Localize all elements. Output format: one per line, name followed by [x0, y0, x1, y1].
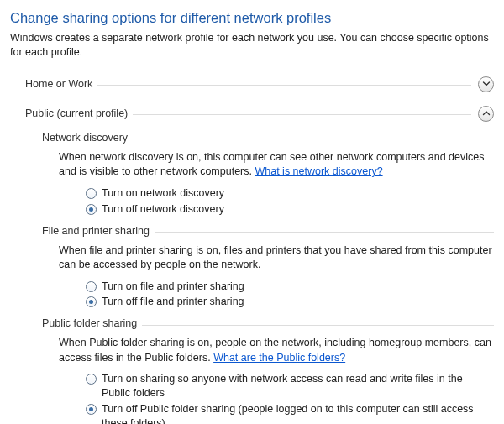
radio-label: Turn off Public folder sharing (people l…	[102, 402, 494, 424]
radio-icon	[86, 404, 97, 415]
chevron-up-icon[interactable]	[478, 106, 494, 122]
profile-home-or-work-header[interactable]: Home or Work	[25, 75, 494, 94]
section-network-discovery-desc: When network discovery is on, this compu…	[59, 150, 494, 180]
radio-network-discovery-on[interactable]: Turn on network discovery	[86, 186, 494, 201]
section-public-folder-sharing-desc: When Public folder sharing is on, people…	[59, 336, 494, 365]
section-public-folder-sharing: Public folder sharing When Public folder…	[42, 317, 494, 424]
radio-label: Turn on network discovery	[102, 186, 494, 201]
section-network-discovery: Network discovery When network discovery…	[42, 132, 494, 217]
section-file-printer-sharing-title: File and printer sharing	[42, 225, 150, 237]
section-file-printer-sharing: File and printer sharing When file and p…	[42, 225, 494, 310]
radio-icon	[86, 188, 97, 199]
radio-public-folder-off[interactable]: Turn off Public folder sharing (people l…	[86, 402, 494, 424]
radio-file-printer-off[interactable]: Turn off file and printer sharing	[86, 295, 494, 309]
radio-label: Turn off file and printer sharing	[102, 295, 494, 309]
divider	[133, 114, 471, 115]
profile-public-title: Public (current profile)	[25, 107, 128, 119]
radio-label: Turn on sharing so anyone with network a…	[102, 372, 494, 400]
page-intro: Windows creates a separate network profi…	[10, 31, 494, 60]
radio-icon	[86, 374, 97, 385]
radio-label: Turn off network discovery	[102, 202, 494, 217]
divider	[142, 325, 494, 326]
radio-network-discovery-off[interactable]: Turn off network discovery	[86, 202, 494, 217]
divider	[155, 232, 494, 233]
profile-home-or-work-title: Home or Work	[25, 78, 92, 90]
profile-public: Public (current profile) Network discove…	[10, 104, 494, 424]
page-title: Change sharing options for different net…	[10, 10, 494, 26]
divider	[97, 85, 471, 86]
link-what-is-network-discovery[interactable]: What is network discovery?	[255, 165, 382, 177]
divider	[133, 139, 494, 139]
profile-public-header[interactable]: Public (current profile)	[25, 104, 494, 123]
section-file-printer-sharing-desc: When file and printer sharing is on, fil…	[59, 243, 494, 273]
radio-file-printer-on[interactable]: Turn on file and printer sharing	[86, 280, 494, 294]
radio-icon	[86, 281, 97, 292]
radio-icon	[86, 296, 97, 307]
radio-icon	[86, 204, 97, 215]
profile-home-or-work: Home or Work	[10, 75, 494, 94]
radio-label: Turn on file and printer sharing	[102, 280, 494, 294]
chevron-down-icon[interactable]	[478, 76, 494, 92]
link-what-are-public-folders[interactable]: What are the Public folders?	[213, 352, 345, 364]
section-network-discovery-title: Network discovery	[42, 132, 128, 144]
radio-public-folder-on[interactable]: Turn on sharing so anyone with network a…	[86, 372, 494, 400]
section-public-folder-sharing-title: Public folder sharing	[42, 317, 137, 329]
